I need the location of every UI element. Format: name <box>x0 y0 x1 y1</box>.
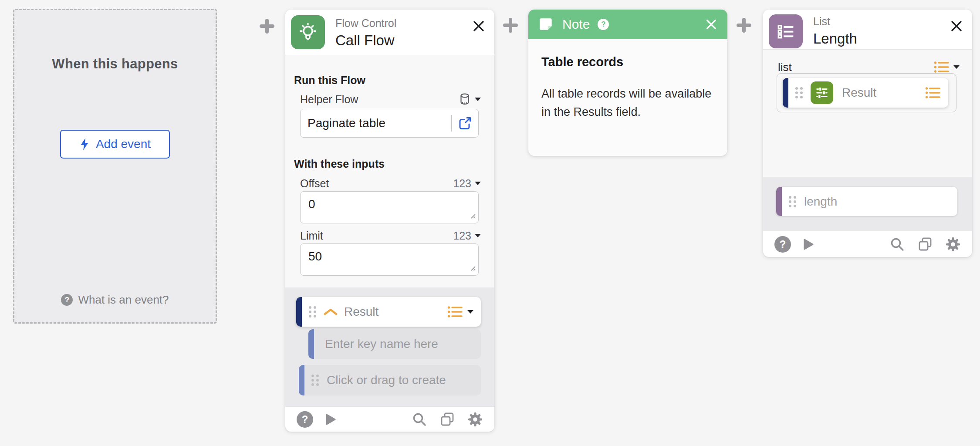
number-type-badge: 123 <box>453 177 471 190</box>
add-event-button[interactable]: Add event <box>60 130 170 159</box>
helper-flow-label: Helper Flow <box>300 93 358 106</box>
limit-input[interactable]: 50 <box>301 244 478 275</box>
external-link-icon[interactable] <box>457 116 472 131</box>
card-header: Flow Control Call Flow <box>285 10 494 55</box>
offset-label: Offset <box>300 177 329 190</box>
action-title: Call Flow <box>335 32 396 49</box>
event-help-link[interactable]: ? What is an event? <box>14 293 216 307</box>
input-type-selector[interactable]: 123 <box>453 177 481 190</box>
note-header: Note ? <box>528 10 727 39</box>
flow-control-card: Flow Control Call Flow Run this Flow Hel… <box>285 10 494 432</box>
input-type-selector[interactable] <box>458 92 481 106</box>
app-category: List <box>813 15 857 28</box>
run-flow-section-label: Run this Flow <box>294 74 365 87</box>
drag-handle-icon[interactable] <box>787 194 798 209</box>
key-name-placeholder: Enter key name here <box>325 337 438 351</box>
note-card: Note ? Table records All table records w… <box>528 10 727 156</box>
input-type-selector[interactable] <box>933 61 960 74</box>
gear-icon[interactable] <box>945 237 961 252</box>
help-icon: ? <box>61 294 73 306</box>
add-step-button[interactable] <box>735 17 753 34</box>
plus-icon <box>735 17 753 34</box>
note-body-text[interactable]: All table records will be available in t… <box>541 84 716 121</box>
resize-handle[interactable] <box>469 264 476 273</box>
list-type-icon <box>933 61 950 74</box>
drag-handle-icon[interactable] <box>310 372 321 388</box>
add-event-label: Add event <box>96 137 151 151</box>
card-footer: ? <box>285 406 494 432</box>
list-input-dropzone[interactable]: Result <box>777 73 956 112</box>
inputs-section-label: With these inputs <box>294 158 385 170</box>
add-step-button[interactable] <box>258 17 276 35</box>
chip-color-bar <box>308 329 314 359</box>
lightbulb-icon <box>291 15 325 49</box>
key-name-input-chip[interactable]: Enter key name here <box>308 329 481 359</box>
note-card-title: Note <box>562 17 590 32</box>
lightning-bolt-icon <box>79 138 90 151</box>
chevron-down-icon[interactable] <box>467 310 474 314</box>
outputs-section: length <box>763 177 972 231</box>
drag-handle-icon[interactable] <box>794 85 804 101</box>
list-icon <box>769 14 803 48</box>
chip-color-bar <box>296 297 302 327</box>
gear-icon[interactable] <box>467 412 483 427</box>
helper-flow-input-wrap <box>300 109 479 138</box>
search-icon[interactable] <box>889 237 905 252</box>
plus-icon <box>502 17 519 34</box>
help-icon[interactable]: ? <box>774 236 791 253</box>
number-type-badge: 123 <box>453 230 471 242</box>
chip-color-bar <box>783 78 788 108</box>
chip-color-bar <box>299 365 304 395</box>
helper-flow-input[interactable] <box>308 116 449 130</box>
sliders-icon <box>811 81 833 104</box>
play-icon[interactable] <box>324 413 337 426</box>
limit-row: Limit 123 <box>300 229 481 243</box>
chevron-down-icon <box>474 97 481 101</box>
list-input-label: list <box>778 61 792 74</box>
list-type-icon[interactable] <box>925 86 941 99</box>
offset-row: Offset 123 <box>300 176 481 190</box>
copy-icon[interactable] <box>439 412 455 427</box>
list-length-card: List Length list Result <box>763 10 972 257</box>
input-type-selector[interactable]: 123 <box>453 230 481 242</box>
card-footer: ? <box>763 231 972 257</box>
limit-input-wrap: 50 <box>300 243 479 276</box>
note-icon <box>538 16 554 33</box>
help-icon[interactable]: ? <box>598 19 609 30</box>
close-icon[interactable] <box>472 19 486 33</box>
outputs-section: Result Enter key name here Click or drag… <box>285 287 494 406</box>
chevron-down-icon <box>474 233 481 238</box>
length-output-placeholder: length <box>804 195 837 209</box>
divider <box>451 115 452 132</box>
list-type-icon[interactable] <box>447 305 463 318</box>
drag-handle-icon[interactable] <box>308 304 318 320</box>
collapse-chevron-icon[interactable] <box>323 307 338 316</box>
create-output-chip[interactable]: Click or drag to create <box>299 365 481 395</box>
database-icon <box>458 92 471 106</box>
helper-flow-row: Helper Flow <box>300 92 481 106</box>
help-icon[interactable]: ? <box>297 411 313 428</box>
event-card: When this happens Add event ? What is an… <box>13 9 217 324</box>
chip-color-bar <box>776 187 782 216</box>
add-step-button[interactable] <box>502 17 519 34</box>
limit-label: Limit <box>300 230 323 242</box>
result-output-chip[interactable]: Result <box>296 297 481 327</box>
create-placeholder: Click or drag to create <box>327 373 446 387</box>
event-help-label: What is an event? <box>78 293 169 307</box>
offset-input-wrap: 0 <box>300 191 479 223</box>
resize-handle[interactable] <box>469 212 476 221</box>
copy-icon[interactable] <box>917 237 933 252</box>
chevron-down-icon <box>953 65 960 69</box>
offset-input[interactable]: 0 <box>301 192 478 223</box>
play-icon[interactable] <box>801 238 814 251</box>
chevron-down-icon <box>474 181 481 186</box>
search-icon[interactable] <box>412 412 427 427</box>
length-output-chip[interactable]: length <box>776 187 957 216</box>
result-value-chip[interactable]: Result <box>783 78 948 108</box>
app-category: Flow Control <box>335 17 396 30</box>
plus-icon <box>258 17 276 35</box>
close-icon[interactable] <box>950 19 963 33</box>
result-chip-label: Result <box>842 86 876 100</box>
note-heading: Table records <box>541 55 623 69</box>
close-icon[interactable] <box>705 18 718 31</box>
